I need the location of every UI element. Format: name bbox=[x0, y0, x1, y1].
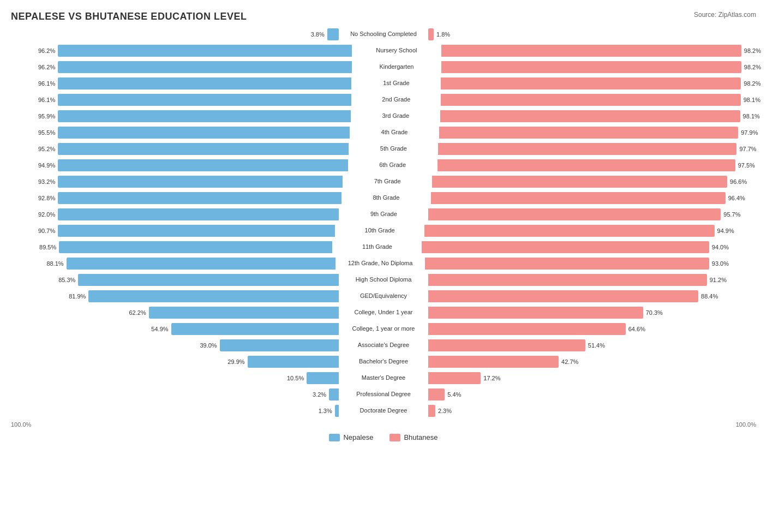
left-bar-wrap: 92.0% bbox=[38, 208, 340, 220]
left-bar-wrap: 90.7% bbox=[38, 225, 336, 237]
right-bar-wrap: 96.6% bbox=[431, 176, 747, 188]
left-bar-wrap: 95.5% bbox=[38, 127, 351, 139]
right-bar bbox=[428, 356, 559, 368]
right-bar bbox=[428, 274, 707, 286]
category-label: 6th Grade bbox=[349, 162, 436, 169]
left-bar bbox=[58, 208, 339, 220]
left-bar-wrap: 29.9% bbox=[38, 356, 340, 368]
right-bar-wrap: 64.6% bbox=[427, 323, 729, 335]
left-bar-wrap: 96.2% bbox=[38, 61, 353, 73]
left-value: 92.8% bbox=[38, 195, 55, 201]
left-bar bbox=[67, 258, 335, 270]
chart-title: NEPALESE VS BHUTANESE EDUCATION LEVEL bbox=[11, 11, 247, 22]
chart-container: NEPALESE VS BHUTANESE EDUCATION LEVEL So… bbox=[11, 11, 756, 441]
left-bar bbox=[58, 61, 352, 73]
table-row: 94.9%6th Grade97.5% bbox=[38, 158, 729, 173]
left-value: 90.7% bbox=[38, 228, 55, 234]
table-row: 92.0%9th Grade95.7% bbox=[38, 207, 729, 222]
left-value: 95.2% bbox=[38, 146, 55, 152]
right-bar bbox=[428, 208, 721, 220]
category-label: Nursery School bbox=[353, 47, 440, 54]
right-bar bbox=[441, 61, 741, 73]
table-row: 1.3%Doctorate Degree2.3% bbox=[38, 403, 729, 419]
right-bar-wrap: 98.2% bbox=[440, 61, 761, 73]
right-bar bbox=[422, 241, 709, 253]
right-bar-wrap: 42.7% bbox=[427, 356, 729, 368]
left-bar bbox=[78, 274, 339, 286]
legend-color-nepalese bbox=[329, 434, 340, 441]
left-bar bbox=[171, 323, 339, 335]
right-value: 95.7% bbox=[723, 211, 740, 218]
left-bar-wrap: 3.2% bbox=[38, 388, 340, 401]
category-label: 8th Grade bbox=[343, 194, 430, 201]
category-label: 12th Grade, No Diploma bbox=[337, 260, 424, 267]
left-value: 88.1% bbox=[46, 260, 63, 267]
left-bar bbox=[329, 388, 339, 401]
left-bar-wrap: 89.5% bbox=[38, 241, 333, 253]
right-bar bbox=[441, 45, 741, 57]
right-bar bbox=[440, 110, 740, 122]
left-bar bbox=[58, 77, 351, 89]
right-value: 98.2% bbox=[744, 64, 761, 70]
right-bar bbox=[441, 94, 740, 106]
left-bar bbox=[58, 94, 351, 106]
category-label: 9th Grade bbox=[340, 211, 427, 218]
right-bar bbox=[424, 225, 714, 237]
left-value: 1.3% bbox=[319, 408, 332, 414]
right-bar-wrap: 88.4% bbox=[427, 290, 729, 302]
table-row: 54.9%College, 1 year or more64.6% bbox=[38, 321, 729, 337]
right-value: 64.6% bbox=[628, 326, 645, 332]
right-value: 2.3% bbox=[438, 408, 452, 414]
table-row: 3.2%Professional Degree5.4% bbox=[38, 387, 729, 402]
category-label: 10th Grade bbox=[336, 227, 423, 234]
right-value: 98.1% bbox=[744, 97, 760, 103]
category-label: Bachelor's Degree bbox=[340, 358, 427, 365]
left-bar bbox=[59, 241, 332, 253]
right-bar bbox=[431, 192, 726, 204]
left-bar bbox=[248, 356, 339, 368]
table-row: 96.2%Nursery School98.2% bbox=[38, 43, 729, 58]
category-label: 4th Grade bbox=[351, 129, 438, 136]
left-value: 96.1% bbox=[38, 80, 55, 87]
left-value: 3.2% bbox=[313, 391, 326, 398]
right-bar-wrap: 91.2% bbox=[427, 274, 729, 286]
left-bar bbox=[88, 290, 339, 302]
right-bar-wrap: 2.3% bbox=[427, 405, 729, 417]
category-label: 1st Grade bbox=[352, 80, 440, 87]
left-bar-wrap: 39.0% bbox=[38, 339, 340, 351]
right-bar-wrap: 96.4% bbox=[430, 192, 745, 204]
legend: Nepalese Bhutanese bbox=[11, 433, 756, 441]
right-bar-wrap: 94.9% bbox=[423, 225, 734, 237]
left-bar bbox=[335, 405, 339, 417]
left-value: 92.0% bbox=[38, 211, 55, 218]
table-row: 96.1%2nd Grade98.1% bbox=[38, 92, 729, 107]
left-value: 10.5% bbox=[287, 375, 304, 381]
table-row: 29.9%Bachelor's Degree42.7% bbox=[38, 354, 729, 369]
left-value: 85.3% bbox=[58, 277, 75, 283]
chart-source: Source: ZipAtlas.com bbox=[694, 11, 756, 19]
right-value: 94.9% bbox=[717, 228, 734, 234]
right-value: 88.4% bbox=[701, 293, 718, 300]
table-row: 89.5%11th Grade94.0% bbox=[38, 240, 729, 255]
right-bar-wrap: 93.0% bbox=[424, 258, 729, 270]
right-value: 97.9% bbox=[741, 129, 758, 136]
right-bar bbox=[428, 405, 435, 417]
x-axis: 100.0% 100.0% bbox=[11, 421, 756, 428]
right-bar bbox=[425, 258, 709, 270]
left-value: 95.5% bbox=[38, 129, 55, 136]
right-bar bbox=[428, 290, 698, 302]
table-row: 96.2%Kindergarten98.2% bbox=[38, 59, 729, 75]
right-bar bbox=[428, 28, 434, 40]
right-bar-wrap: 97.7% bbox=[437, 143, 756, 155]
right-value: 1.8% bbox=[436, 31, 450, 38]
left-bar-wrap: 95.2% bbox=[38, 143, 350, 155]
table-row: 95.2%5th Grade97.7% bbox=[38, 141, 729, 157]
category-label: 7th Grade bbox=[344, 178, 431, 185]
table-row: 85.3%High School Diploma91.2% bbox=[38, 272, 729, 288]
category-label: Doctorate Degree bbox=[340, 407, 427, 414]
category-label: Kindergarten bbox=[353, 63, 440, 70]
right-bar bbox=[428, 307, 643, 319]
category-label: 11th Grade bbox=[333, 243, 421, 250]
left-value: 95.9% bbox=[38, 113, 55, 119]
x-axis-left: 100.0% bbox=[11, 421, 31, 428]
